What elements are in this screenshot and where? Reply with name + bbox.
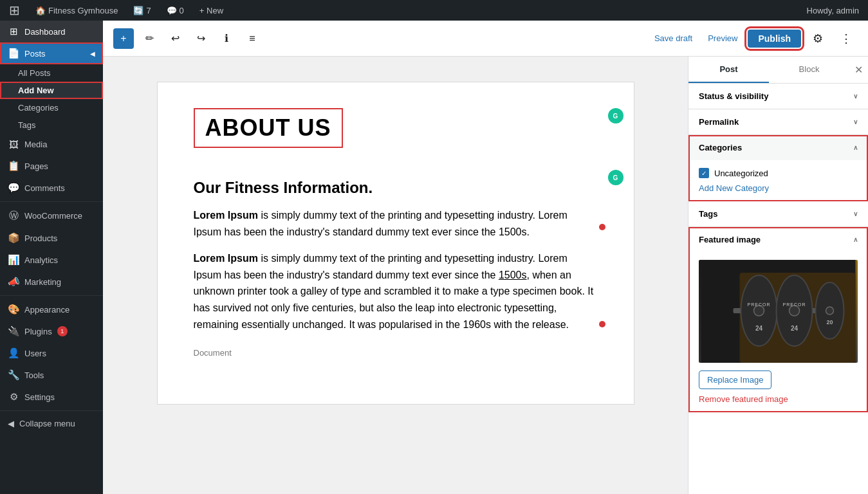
collapse-icon: ◀ [8, 419, 14, 428]
categories-body: Uncategorized Add New Category [688, 160, 868, 201]
featured-image-body: 24 24 PRECOR PRECOR 20 [688, 252, 868, 412]
para1-dot [599, 224, 605, 230]
sidebar-item-plugins[interactable]: 🔌 Plugins 1 [0, 320, 103, 342]
wp-logo-icon[interactable]: ⊞ [5, 3, 24, 18]
dashboard-icon: ⊞ [8, 26, 19, 37]
tags-header[interactable]: Tags ∨ [688, 201, 868, 226]
appearance-icon: 🎨 [8, 304, 19, 315]
categories-section: Categories ∧ Uncategorized Add New Categ… [688, 135, 868, 201]
category-uncategorized-item: Uncategorized [699, 168, 858, 178]
sidebar-label-media: Media [24, 140, 47, 149]
updates-item[interactable]: 🔄 7 [129, 6, 154, 15]
woocommerce-icon: Ⓦ [8, 210, 19, 222]
sidebar-label-settings: Settings [24, 392, 55, 402]
comments-icon: 💬 [8, 182, 19, 194]
featured-image-header[interactable]: Featured image ∧ [688, 227, 868, 252]
redo-button[interactable]: ↪ [190, 28, 211, 49]
status-visibility-label: Status & visibility [699, 91, 768, 101]
sidebar-label-appearance: Appearance [24, 305, 69, 315]
status-visibility-header[interactable]: Status & visibility ∨ [688, 84, 868, 109]
editor-canvas: G ABOUT US G Our Fitness Information. Lo… [158, 82, 634, 404]
featured-image-label: Featured image [699, 235, 761, 244]
tab-block[interactable]: Block [769, 57, 849, 83]
sidebar-sub-categories[interactable]: Categories [0, 99, 103, 116]
marketing-icon: 📣 [8, 276, 19, 288]
sidebar-item-media[interactable]: 🖼 Media [0, 134, 103, 155]
grammarly-icon-1: G [608, 108, 623, 124]
sidebar-item-woocommerce[interactable]: Ⓦ WooCommerce [0, 205, 103, 227]
svg-point-7 [790, 306, 800, 316]
document-label: Document [194, 348, 598, 358]
featured-chevron-icon: ∧ [853, 236, 858, 243]
admin-bar: ⊞ 🏠 Fitness Gymhouse 🔄 7 💬 0 + New Howdy… [0, 0, 868, 21]
products-icon: 📦 [8, 232, 19, 244]
sidebar-item-marketing[interactable]: 📣 Marketing [0, 271, 103, 293]
sidebar-sub-all-posts[interactable]: All Posts [0, 64, 103, 82]
howdy-label: Howdy, admin [803, 6, 863, 15]
svg-text:24: 24 [791, 325, 799, 332]
paragraph-2[interactable]: Lorem Ipsum is simply dummy text of the … [194, 250, 598, 333]
sidebar-item-pages[interactable]: 📋 Pages [0, 155, 103, 177]
uncategorized-checkbox[interactable] [699, 168, 709, 178]
save-draft-button[interactable]: Save draft [649, 30, 697, 47]
permalink-chevron-icon: ∨ [853, 118, 858, 125]
edit-mode-button[interactable]: ✏ [139, 28, 160, 49]
tab-post[interactable]: Post [688, 57, 769, 83]
weights-svg: 24 24 PRECOR PRECOR 20 [699, 260, 858, 363]
posts-icon: 📄 [8, 48, 19, 59]
editor-heading[interactable]: Our Fitness Information. [194, 179, 598, 197]
preview-button[interactable]: Preview [703, 30, 743, 47]
posts-chevron: ◀ [90, 50, 95, 57]
replace-image-button[interactable]: Replace Image [699, 370, 771, 389]
collapse-menu-item[interactable]: ◀ Collapse menu [0, 414, 103, 434]
svg-text:24: 24 [755, 325, 763, 332]
uncategorized-label: Uncategorized [714, 169, 768, 178]
para2-link: 1500s [499, 270, 527, 280]
add-block-button[interactable]: + [113, 28, 134, 49]
tags-label: Tags [699, 209, 717, 219]
sidebar-item-comments[interactable]: 💬 Comments [0, 177, 103, 199]
add-new-category-link[interactable]: Add New Category [699, 183, 858, 193]
sidebar-item-appearance[interactable]: 🎨 Appearance [0, 298, 103, 320]
site-name[interactable]: 🏠 Fitness Gymhouse [32, 6, 122, 15]
sidebar-item-products[interactable]: 📦 Products [0, 227, 103, 249]
sidebar-item-analytics[interactable]: 📊 Analytics [0, 249, 103, 271]
permalink-section: Permalink ∨ [688, 109, 868, 135]
sidebar-sub-add-new[interactable]: Add New [0, 82, 103, 99]
sidebar-item-settings[interactable]: ⚙ Settings [0, 386, 103, 408]
info-button[interactable]: ℹ [216, 28, 237, 49]
editor-main[interactable]: G ABOUT US G Our Fitness Information. Lo… [103, 57, 688, 494]
categories-chevron-icon: ∧ [853, 144, 858, 151]
sidebar-item-dashboard[interactable]: ⊞ Dashboard [0, 21, 103, 42]
sidebar-label-marketing: Marketing [24, 277, 61, 287]
permalink-header[interactable]: Permalink ∨ [688, 109, 868, 134]
tools-icon: 🔧 [8, 369, 19, 381]
sidebar-item-tools[interactable]: 🔧 Tools [0, 364, 103, 386]
paragraph-1[interactable]: Lorem Ipsum is simply dummy text of the … [194, 207, 598, 240]
panel-close-button[interactable]: ✕ [849, 59, 868, 81]
paragraph-1-wrapper: Lorem Ipsum is simply dummy text of the … [194, 207, 598, 240]
featured-image-preview[interactable]: 24 24 PRECOR PRECOR 20 [699, 260, 858, 363]
tags-section: Tags ∨ [688, 201, 868, 227]
svg-point-4 [754, 306, 764, 316]
settings-icon: ⚙ [8, 391, 19, 403]
sidebar-sub-tags[interactable]: Tags [0, 116, 103, 134]
remove-featured-image-link[interactable]: Remove featured image [699, 394, 788, 404]
categories-header[interactable]: Categories ∧ [688, 135, 868, 160]
tags-chevron-icon: ∨ [853, 210, 858, 217]
post-title-text[interactable]: ABOUT US [194, 108, 343, 148]
sidebar-item-users[interactable]: 👤 Users [0, 342, 103, 364]
undo-button[interactable]: ↩ [165, 28, 185, 49]
comments-item[interactable]: 💬 0 [163, 6, 188, 15]
list-view-button[interactable]: ≡ [242, 28, 263, 49]
post-title[interactable]: ABOUT US [194, 108, 598, 163]
svg-point-12 [826, 307, 834, 315]
more-options-button[interactable]: ⋮ [835, 27, 858, 50]
new-item[interactable]: + New [196, 6, 227, 15]
publish-button[interactable]: Publish [748, 30, 801, 48]
permalink-label: Permalink [699, 117, 739, 127]
featured-image-section: Featured image ∧ [688, 227, 868, 412]
sidebar-item-posts[interactable]: 📄 Posts ◀ [0, 42, 103, 64]
settings-gear-button[interactable]: ⚙ [806, 27, 829, 50]
content-area: G ABOUT US G Our Fitness Information. Lo… [103, 57, 868, 494]
